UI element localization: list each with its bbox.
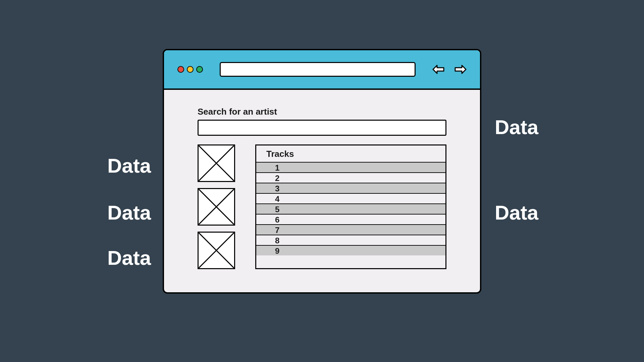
forward-arrow-icon[interactable] [454,65,467,74]
track-row[interactable]: 9 [256,245,445,255]
close-icon[interactable] [177,66,184,73]
minimize-icon[interactable] [187,66,194,73]
track-row[interactable]: 3 [256,183,445,193]
track-row[interactable]: 5 [256,203,445,214]
back-arrow-icon[interactable] [432,65,444,74]
search-input[interactable] [198,120,446,136]
side-label: Data [107,246,151,269]
image-placeholder[interactable] [198,188,235,226]
track-row[interactable]: 6 [256,214,445,224]
main-row: Tracks 1 2 3 4 5 6 7 8 9 [198,144,446,269]
image-placeholder[interactable] [198,232,235,269]
maximize-icon[interactable] [196,66,203,73]
nav-arrows [432,65,467,74]
side-label: Data [495,116,538,139]
track-row[interactable]: 8 [256,235,445,245]
search-label: Search for an artist [198,107,446,117]
title-bar [164,50,480,90]
track-row[interactable]: 2 [256,172,445,183]
side-label: Data [107,201,151,224]
thumbnail-list [198,144,235,269]
track-row[interactable]: 1 [256,162,445,172]
browser-window: Search for an artist Tracks 1 2 3 4 5 6 … [163,49,481,294]
tracks-header: Tracks [256,145,445,162]
content-area: Search for an artist Tracks 1 2 3 4 5 6 … [164,90,480,279]
side-label: Data [107,154,151,177]
track-row[interactable]: 4 [256,193,445,203]
image-placeholder[interactable] [198,144,235,182]
track-row[interactable]: 7 [256,224,445,235]
url-input[interactable] [220,62,416,77]
side-label: Data [495,201,538,224]
tracks-panel: Tracks 1 2 3 4 5 6 7 8 9 [255,144,446,269]
traffic-lights [177,66,203,73]
